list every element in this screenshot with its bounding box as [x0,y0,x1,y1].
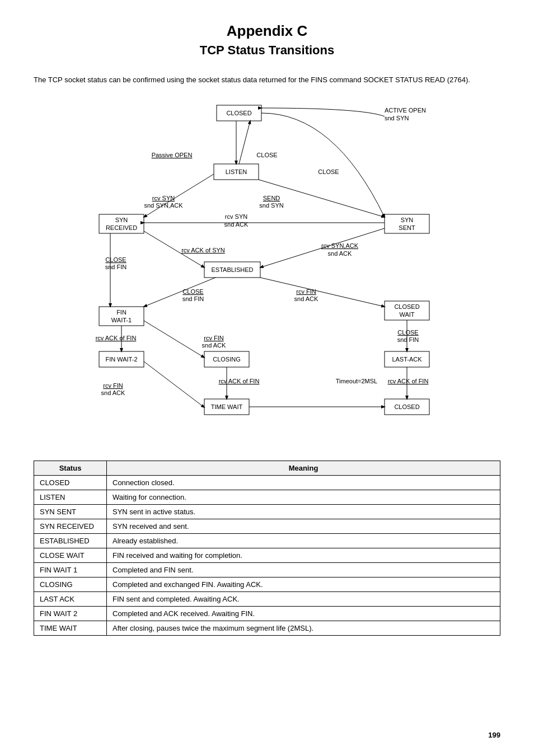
svg-text:LAST-ACK: LAST-ACK [392,356,422,363]
svg-text:rcv ACK of FIN: rcv ACK of FIN [219,378,260,384]
status-cell: CLOSED [34,475,107,490]
svg-text:rcv FIN: rcv FIN [204,335,223,341]
svg-text:snd ACK: snd ACK [294,295,318,302]
svg-text:TIME WAIT: TIME WAIT [211,403,243,410]
meaning-cell: FIN received and waiting for completion. [107,548,500,562]
meaning-cell: Already established. [107,533,500,548]
status-cell: SYN SENT [34,504,107,519]
svg-text:snd SYN: snd SYN [385,115,409,121]
svg-text:WAIT-1: WAIT-1 [111,317,132,323]
svg-line-61 [239,121,250,164]
table-row: SYN SENTSYN sent in active status. [34,504,500,519]
table-header-meaning: Meaning [107,461,500,475]
svg-text:rcv SYN,ACK: rcv SYN,ACK [321,242,359,249]
table-row: LISTENWaiting for connection. [34,490,500,504]
svg-text:FIN WAIT-2: FIN WAIT-2 [105,356,137,363]
meaning-cell: Completed and exchanged FIN. Awaiting AC… [107,577,500,591]
svg-text:snd FIN: snd FIN [105,264,127,270]
meaning-cell: Waiting for connection. [107,490,500,504]
svg-text:rcv ACK of FIN: rcv ACK of FIN [96,335,137,341]
table-row: TIME WAITAfter closing, pauses twice the… [34,621,500,635]
meaning-cell: SYN sent in active status. [107,504,500,519]
svg-text:CLOSE: CLOSE [105,256,126,263]
meaning-cell: FIN sent and completed. Awaiting ACK. [107,591,500,606]
svg-text:FIN: FIN [116,309,127,316]
status-cell: LAST ACK [34,591,107,606]
svg-text:Timeout=2MSL: Timeout=2MSL [336,378,378,384]
svg-text:CLOSED: CLOSED [226,110,251,116]
status-cell: SYN RECEIVED [34,519,107,533]
status-cell: LISTEN [34,490,107,504]
svg-line-63 [260,228,385,267]
svg-text:CLOSING: CLOSING [213,356,241,363]
svg-text:SYN: SYN [115,217,128,223]
status-cell: FIN WAIT 1 [34,562,107,577]
table-row: CLOSEDConnection closed. [34,475,500,490]
svg-text:snd FIN: snd FIN [397,336,419,343]
svg-text:SEND: SEND [263,195,280,201]
svg-text:rcv ACK of SYN: rcv ACK of SYN [181,247,225,253]
table-row: CLOSINGCompleted and exchanged FIN. Awai… [34,577,500,591]
meaning-cell: Completed and FIN sent. [107,562,500,577]
svg-text:rcv FIN: rcv FIN [103,382,123,389]
meaning-cell: Completed and ACK received. Awaiting FIN… [107,606,500,621]
svg-text:CLOSED: CLOSED [394,303,419,310]
svg-line-67 [260,278,385,307]
table-row: FIN WAIT 2Completed and ACK received. Aw… [34,606,500,621]
table-header-status: Status [34,461,107,475]
svg-text:snd SYN,ACK: snd SYN,ACK [144,202,183,209]
status-cell: CLOSING [34,577,107,591]
status-cell: TIME WAIT [34,621,107,635]
svg-text:snd ACK: snd ACK [328,250,352,257]
svg-text:CLOSE: CLOSE [397,329,418,336]
svg-text:snd ACK: snd ACK [202,342,226,349]
svg-text:CLOSE: CLOSE [318,168,339,175]
page-number: 199 [488,731,500,739]
svg-line-71 [144,361,204,407]
table-row: LAST ACKFIN sent and completed. Awaiting… [34,591,500,606]
svg-text:WAIT: WAIT [399,311,414,318]
status-cell: ESTABLISHED [34,533,107,548]
svg-text:snd ACK: snd ACK [224,221,249,228]
meaning-cell: After closing, pauses twice the maximum … [107,621,500,635]
svg-text:CLOSE: CLOSE [256,152,277,158]
svg-text:SENT: SENT [399,224,415,231]
svg-line-66 [144,278,216,307]
svg-text:CLOSE: CLOSE [182,288,203,295]
meaning-cell: SYN received and sent. [107,519,500,533]
table-row: CLOSE WAITFIN received and waiting for c… [34,548,500,562]
table-row: FIN WAIT 1Completed and FIN sent. [34,562,500,577]
appendix-title: Appendix C [34,22,500,40]
svg-text:rcv SYN: rcv SYN [225,213,247,220]
svg-text:SYN: SYN [401,217,414,223]
svg-text:LISTEN: LISTEN [226,168,247,175]
status-table: Status Meaning CLOSEDConnection closed.L… [34,461,500,636]
svg-text:RECEIVED: RECEIVED [106,224,137,231]
page: Appendix C TCP Status Transitions The TC… [0,0,534,756]
intro-paragraph: The TCP socket status can be confirmed u… [34,74,500,86]
svg-text:snd FIN: snd FIN [182,295,204,302]
svg-text:Passive OPEN: Passive OPEN [152,152,193,158]
svg-text:rcv ACK of FIN: rcv ACK of FIN [388,378,429,384]
svg-text:ACTIVE OPEN: ACTIVE OPEN [385,107,426,114]
table-row: SYN RECEIVEDSYN received and sent. [34,519,500,533]
status-cell: FIN WAIT 2 [34,606,107,621]
svg-text:ESTABLISHED: ESTABLISHED [212,266,254,273]
title-section: Appendix C TCP Status Transitions [34,22,500,58]
svg-text:snd SYN: snd SYN [259,202,283,209]
table-row: ESTABLISHEDAlready established. [34,533,500,548]
status-cell: CLOSE WAIT [34,548,107,562]
svg-text:snd ACK: snd ACK [101,389,125,396]
meaning-cell: Connection closed. [107,475,500,490]
svg-text:rcv FIN: rcv FIN [296,288,316,295]
tcp-diagram: CLOSED ACTIVE OPEN snd SYN Passive OPEN … [65,97,469,444]
svg-text:CLOSED: CLOSED [394,403,419,410]
page-subtitle: TCP Status Transitions [34,43,500,58]
svg-line-69 [144,321,204,358]
